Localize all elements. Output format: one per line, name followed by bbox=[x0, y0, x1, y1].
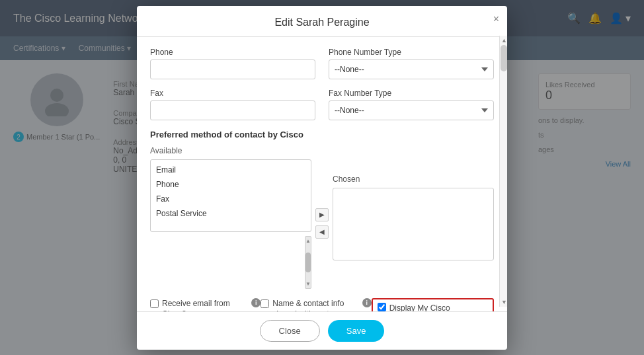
receive-email-checkbox[interactable] bbox=[150, 299, 159, 308]
save-button[interactable]: Save bbox=[328, 320, 385, 342]
chosen-list-box: Chosen bbox=[333, 175, 494, 260]
list-scroll-thumb bbox=[305, 253, 311, 272]
move-left-button[interactable]: ◀ bbox=[315, 225, 329, 239]
name-contact-info-icon[interactable]: i bbox=[362, 298, 372, 307]
available-list[interactable]: EmailPhoneFaxPostal Service bbox=[150, 159, 311, 232]
close-button[interactable]: Close bbox=[260, 320, 320, 342]
fax-label: Fax bbox=[150, 89, 315, 98]
modal-overlay: Edit Sarah Peragine × ▲ ▼ Phone Phone Nu… bbox=[0, 0, 644, 355]
fax-type-group: Fax Number Type --None-- bbox=[329, 89, 494, 120]
modal-title: Edit Sarah Peragine bbox=[274, 17, 369, 28]
name-contact-label: Name & contact info shared with partners bbox=[272, 298, 356, 311]
available-label: Available bbox=[150, 146, 311, 155]
list-option[interactable]: Phone bbox=[151, 177, 311, 192]
fax-type-label: Fax Number Type bbox=[329, 89, 494, 98]
fax-input[interactable] bbox=[150, 100, 315, 120]
contact-section-label: Preferred method of contact by Cisco bbox=[150, 130, 494, 139]
modal-close-button[interactable]: × bbox=[493, 14, 499, 24]
phone-type-label: Phone Number Type bbox=[329, 48, 494, 57]
receive-email-label: Receive email from Cisco? bbox=[162, 298, 246, 311]
scrollbar-thumb bbox=[501, 45, 507, 71]
list-scroll-up: ▲ bbox=[305, 238, 311, 244]
receive-email-group: Receive email from Cisco? i bbox=[150, 298, 261, 311]
move-right-button[interactable]: ▶ bbox=[315, 208, 329, 221]
list-option[interactable]: Email bbox=[151, 163, 311, 177]
dual-list-container: Available EmailPhoneFaxPostal Service ▲ … bbox=[150, 146, 494, 289]
fax-type-select[interactable]: --None-- bbox=[329, 100, 494, 120]
scrollbar-up-arrow[interactable]: ▲ bbox=[501, 37, 506, 44]
list-scroll-down: ▼ bbox=[305, 281, 311, 287]
checkboxes-row: Receive email from Cisco? i Name & conta… bbox=[150, 298, 494, 311]
name-contact-checkbox[interactable] bbox=[261, 299, 269, 308]
modal-footer: Close Save bbox=[137, 311, 507, 350]
fax-group: Fax bbox=[150, 89, 315, 120]
chosen-label: Chosen bbox=[333, 175, 494, 184]
scrollbar-down-arrow[interactable]: ▼ bbox=[501, 299, 506, 305]
modal-header: Edit Sarah Peragine × bbox=[137, 6, 507, 37]
phone-group: Phone bbox=[150, 48, 315, 79]
fax-row: Fax Fax Number Type --None-- bbox=[150, 89, 494, 120]
list-scrollbar: ▲ ▼ bbox=[305, 236, 311, 289]
modal-body: ▲ ▼ Phone Phone Number Type --None-- bbox=[137, 37, 507, 311]
phone-row: Phone Phone Number Type --None-- bbox=[150, 48, 494, 79]
receive-email-info-icon[interactable]: i bbox=[251, 298, 261, 307]
phone-type-group: Phone Number Type --None-- bbox=[329, 48, 494, 79]
edit-modal: Edit Sarah Peragine × ▲ ▼ Phone Phone Nu… bbox=[137, 6, 507, 350]
display-certifications-checkbox[interactable] bbox=[378, 303, 386, 311]
available-list-box: Available EmailPhoneFaxPostal Service ▲ … bbox=[150, 146, 311, 289]
list-option[interactable]: Postal Service bbox=[151, 206, 311, 221]
phone-type-select[interactable]: --None-- bbox=[329, 59, 494, 79]
phone-input[interactable] bbox=[150, 59, 315, 79]
display-certifications-label: Display My Cisco Certifications bbox=[389, 303, 488, 311]
name-contact-group: Name & contact info shared with partners… bbox=[261, 298, 371, 311]
list-option[interactable]: Fax bbox=[151, 192, 311, 206]
display-certifications-group: Display My Cisco Certifications bbox=[372, 298, 494, 311]
dual-list-arrows: ▶ ◀ bbox=[311, 208, 333, 239]
chosen-list[interactable] bbox=[333, 188, 494, 260]
phone-label: Phone bbox=[150, 48, 315, 57]
